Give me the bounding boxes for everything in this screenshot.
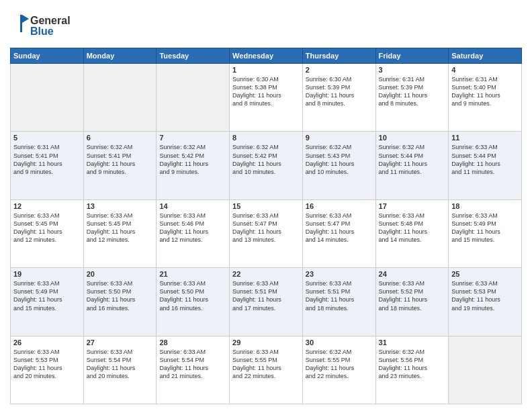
- calendar-cell: 17Sunrise: 6:33 AM Sunset: 5:48 PM Dayli…: [375, 199, 449, 267]
- day-number: 3: [379, 66, 446, 74]
- calendar-cell: 8Sunrise: 6:32 AM Sunset: 5:42 PM Daylig…: [230, 132, 303, 199]
- calendar-cell: 3Sunrise: 6:31 AM Sunset: 5:39 PM Daylig…: [375, 64, 449, 132]
- svg-text:General: General: [30, 15, 71, 26]
- day-number: 6: [87, 134, 154, 142]
- day-info: Sunrise: 6:33 AM Sunset: 5:53 PM Dayligh…: [13, 348, 81, 381]
- calendar-cell: 28Sunrise: 6:33 AM Sunset: 5:54 PM Dayli…: [157, 336, 230, 404]
- weekday-header-thursday: Thursday: [302, 48, 375, 64]
- calendar-week-1: 1Sunrise: 6:30 AM Sunset: 5:38 PM Daylig…: [11, 64, 522, 132]
- weekday-header-monday: Monday: [83, 48, 157, 64]
- day-number: 4: [451, 66, 519, 74]
- day-info: Sunrise: 6:30 AM Sunset: 5:39 PM Dayligh…: [306, 75, 373, 108]
- day-number: 11: [451, 134, 519, 142]
- calendar-week-5: 26Sunrise: 6:33 AM Sunset: 5:53 PM Dayli…: [11, 336, 522, 404]
- day-number: 2: [306, 66, 373, 74]
- logo-svg: General Blue: [10, 9, 84, 40]
- weekday-header-wednesday: Wednesday: [230, 48, 303, 64]
- day-info: Sunrise: 6:33 AM Sunset: 5:52 PM Dayligh…: [379, 279, 446, 312]
- calendar-cell: 13Sunrise: 6:33 AM Sunset: 5:45 PM Dayli…: [83, 199, 157, 267]
- day-number: 30: [306, 338, 373, 347]
- day-info: Sunrise: 6:33 AM Sunset: 5:45 PM Dayligh…: [13, 212, 81, 244]
- calendar-cell: [11, 64, 84, 132]
- calendar-cell: 12Sunrise: 6:33 AM Sunset: 5:45 PM Dayli…: [11, 199, 84, 267]
- day-number: 29: [232, 338, 300, 347]
- calendar-cell: 1Sunrise: 6:30 AM Sunset: 5:38 PM Daylig…: [230, 64, 303, 132]
- day-info: Sunrise: 6:32 AM Sunset: 5:43 PM Dayligh…: [306, 143, 373, 176]
- calendar-cell: 24Sunrise: 6:33 AM Sunset: 5:52 PM Dayli…: [375, 268, 449, 336]
- day-number: 24: [379, 270, 446, 278]
- calendar-cell: 26Sunrise: 6:33 AM Sunset: 5:53 PM Dayli…: [11, 336, 84, 404]
- calendar-cell: 21Sunrise: 6:33 AM Sunset: 5:50 PM Dayli…: [157, 268, 230, 336]
- calendar-cell: [83, 64, 157, 132]
- calendar-cell: [449, 336, 522, 404]
- day-number: 17: [379, 202, 446, 210]
- day-number: 8: [232, 134, 300, 142]
- calendar-cell: 9Sunrise: 6:32 AM Sunset: 5:43 PM Daylig…: [302, 132, 375, 199]
- day-number: 28: [159, 338, 226, 347]
- day-info: Sunrise: 6:30 AM Sunset: 5:38 PM Dayligh…: [232, 75, 300, 108]
- day-info: Sunrise: 6:32 AM Sunset: 5:41 PM Dayligh…: [87, 143, 154, 176]
- calendar-cell: 6Sunrise: 6:32 AM Sunset: 5:41 PM Daylig…: [83, 132, 157, 199]
- day-number: 19: [13, 270, 81, 278]
- day-number: 27: [87, 338, 154, 347]
- day-number: 31: [379, 338, 446, 347]
- day-number: 1: [232, 66, 300, 74]
- day-info: Sunrise: 6:31 AM Sunset: 5:40 PM Dayligh…: [451, 75, 519, 108]
- calendar-cell: 18Sunrise: 6:33 AM Sunset: 5:49 PM Dayli…: [449, 199, 522, 267]
- weekday-header-tuesday: Tuesday: [157, 48, 230, 64]
- day-number: 21: [159, 270, 226, 278]
- calendar-week-2: 5Sunrise: 6:31 AM Sunset: 5:41 PM Daylig…: [11, 132, 522, 199]
- calendar-cell: 14Sunrise: 6:33 AM Sunset: 5:46 PM Dayli…: [157, 199, 230, 267]
- day-info: Sunrise: 6:33 AM Sunset: 5:49 PM Dayligh…: [13, 279, 81, 312]
- svg-text:Blue: Blue: [30, 26, 54, 37]
- day-info: Sunrise: 6:33 AM Sunset: 5:54 PM Dayligh…: [87, 348, 154, 381]
- calendar-cell: 16Sunrise: 6:33 AM Sunset: 5:47 PM Dayli…: [302, 199, 375, 267]
- calendar-cell: 20Sunrise: 6:33 AM Sunset: 5:50 PM Dayli…: [83, 268, 157, 336]
- day-number: 9: [306, 134, 373, 142]
- weekday-header-saturday: Saturday: [449, 48, 522, 64]
- logo-block: General Blue: [10, 9, 84, 42]
- day-info: Sunrise: 6:32 AM Sunset: 5:44 PM Dayligh…: [379, 143, 446, 176]
- day-info: Sunrise: 6:33 AM Sunset: 5:50 PM Dayligh…: [87, 279, 154, 312]
- calendar-cell: 30Sunrise: 6:32 AM Sunset: 5:55 PM Dayli…: [302, 336, 375, 404]
- calendar-cell: 15Sunrise: 6:33 AM Sunset: 5:47 PM Dayli…: [230, 199, 303, 267]
- day-number: 15: [232, 202, 300, 210]
- day-info: Sunrise: 6:33 AM Sunset: 5:48 PM Dayligh…: [379, 212, 446, 244]
- calendar-cell: 7Sunrise: 6:32 AM Sunset: 5:42 PM Daylig…: [157, 132, 230, 199]
- day-number: 13: [87, 202, 154, 210]
- weekday-header-friday: Friday: [375, 48, 449, 64]
- day-info: Sunrise: 6:31 AM Sunset: 5:39 PM Dayligh…: [379, 75, 446, 108]
- day-info: Sunrise: 6:32 AM Sunset: 5:56 PM Dayligh…: [379, 348, 446, 381]
- svg-marker-2: [22, 15, 29, 23]
- calendar-cell: 31Sunrise: 6:32 AM Sunset: 5:56 PM Dayli…: [375, 336, 449, 404]
- day-info: Sunrise: 6:33 AM Sunset: 5:50 PM Dayligh…: [159, 279, 226, 312]
- day-info: Sunrise: 6:33 AM Sunset: 5:54 PM Dayligh…: [159, 348, 226, 381]
- day-number: 7: [159, 134, 226, 142]
- day-number: 23: [306, 270, 373, 278]
- day-number: 25: [451, 270, 519, 278]
- day-info: Sunrise: 6:33 AM Sunset: 5:44 PM Dayligh…: [451, 143, 519, 176]
- page: General Blue SundayMondayTuesdayWednesda…: [0, 0, 532, 411]
- calendar-cell: 2Sunrise: 6:30 AM Sunset: 5:39 PM Daylig…: [302, 64, 375, 132]
- day-info: Sunrise: 6:33 AM Sunset: 5:53 PM Dayligh…: [451, 279, 519, 312]
- calendar-cell: 27Sunrise: 6:33 AM Sunset: 5:54 PM Dayli…: [83, 336, 157, 404]
- day-number: 12: [13, 202, 81, 210]
- day-number: 14: [159, 202, 226, 210]
- day-info: Sunrise: 6:32 AM Sunset: 5:42 PM Dayligh…: [159, 143, 226, 176]
- day-info: Sunrise: 6:33 AM Sunset: 5:51 PM Dayligh…: [232, 279, 300, 312]
- day-info: Sunrise: 6:33 AM Sunset: 5:47 PM Dayligh…: [232, 212, 300, 244]
- day-info: Sunrise: 6:33 AM Sunset: 5:47 PM Dayligh…: [306, 212, 373, 244]
- day-info: Sunrise: 6:31 AM Sunset: 5:41 PM Dayligh…: [13, 143, 81, 176]
- day-number: 5: [13, 134, 81, 142]
- day-info: Sunrise: 6:33 AM Sunset: 5:46 PM Dayligh…: [159, 212, 226, 244]
- day-number: 26: [13, 338, 81, 347]
- day-info: Sunrise: 6:32 AM Sunset: 5:42 PM Dayligh…: [232, 143, 300, 176]
- day-number: 10: [379, 134, 446, 142]
- calendar-cell: 11Sunrise: 6:33 AM Sunset: 5:44 PM Dayli…: [449, 132, 522, 199]
- calendar-cell: 22Sunrise: 6:33 AM Sunset: 5:51 PM Dayli…: [230, 268, 303, 336]
- day-number: 18: [451, 202, 519, 210]
- logo: General Blue: [10, 9, 84, 42]
- calendar-table: SundayMondayTuesdayWednesdayThursdayFrid…: [10, 48, 522, 404]
- day-info: Sunrise: 6:33 AM Sunset: 5:49 PM Dayligh…: [451, 212, 519, 244]
- weekday-header-row: SundayMondayTuesdayWednesdayThursdayFrid…: [11, 48, 522, 64]
